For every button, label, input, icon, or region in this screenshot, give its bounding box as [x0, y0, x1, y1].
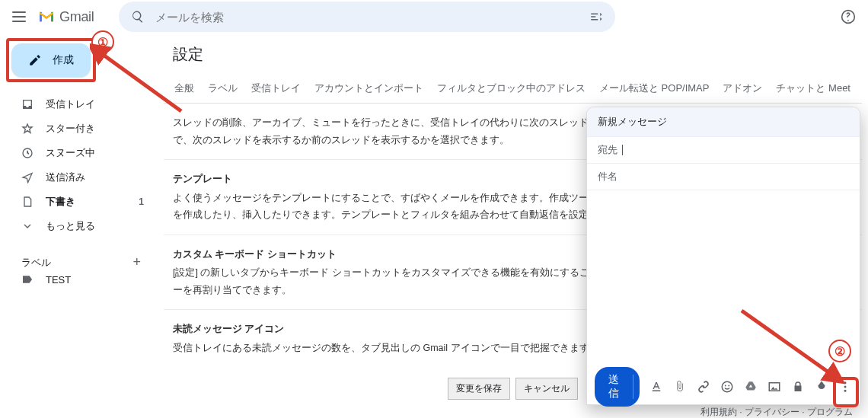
send-icon	[21, 171, 34, 183]
star-icon	[21, 123, 34, 135]
drive-icon[interactable]	[744, 380, 758, 394]
svg-point-7	[844, 386, 847, 388]
compose-label: 作成	[53, 53, 74, 67]
gmail-logo[interactable]: Gmail	[38, 9, 94, 25]
tab-general[interactable]: 全般	[173, 77, 196, 103]
sidebar-item-more[interactable]: もっと見る	[6, 215, 150, 238]
annotation-box-1: 作成	[6, 38, 96, 82]
lock-icon[interactable]	[791, 380, 805, 394]
sidebar-item-starred[interactable]: スター付き	[6, 117, 150, 140]
tab-forward[interactable]: メール転送と POP/IMAP	[598, 77, 710, 103]
svg-point-4	[728, 385, 729, 387]
image-icon[interactable]	[767, 380, 781, 394]
clock-icon	[21, 147, 34, 159]
chevron-down-icon	[21, 220, 34, 232]
gmail-wordmark: Gmail	[59, 9, 94, 25]
settings-tabs: 全般 ラベル 受信トレイ アカウントとインポート フィルタとブロック中のアドレス…	[164, 77, 862, 104]
sidebar-item-drafts[interactable]: 下書き 1	[6, 190, 150, 213]
svg-point-6	[844, 381, 847, 384]
search-box[interactable]	[119, 2, 615, 32]
compose-to-field[interactable]: 宛先	[587, 137, 860, 164]
link-icon[interactable]	[697, 380, 710, 394]
sidebar-item-snoozed[interactable]: スヌーズ中	[6, 142, 150, 164]
ink-icon[interactable]	[815, 380, 828, 394]
pencil-icon	[28, 53, 42, 67]
save-button[interactable]: 変更を保存	[448, 378, 510, 400]
sidebar-item-sent[interactable]: 送信済み	[6, 166, 150, 189]
compose-title[interactable]: 新規メッセージ	[587, 107, 860, 137]
svg-point-8	[844, 390, 847, 392]
send-button[interactable]: 送信	[595, 367, 640, 407]
gmail-icon	[38, 11, 55, 23]
draft-icon	[21, 196, 34, 208]
add-label-button[interactable]: +	[132, 254, 141, 270]
more-options-icon[interactable]	[838, 380, 852, 394]
inbox-icon	[21, 98, 34, 110]
labels-header: ラベル	[21, 256, 51, 270]
svg-point-2	[722, 381, 732, 392]
tune-icon[interactable]	[589, 10, 603, 24]
search-icon	[131, 10, 145, 24]
page-title: 設定	[164, 37, 862, 77]
attach-icon[interactable]	[673, 380, 687, 394]
tab-filters[interactable]: フィルタとブロック中のアドレス	[436, 77, 587, 103]
tab-inbox[interactable]: 受信トレイ	[250, 77, 302, 103]
compose-window: 新規メッセージ 宛先 件名 送信	[586, 107, 860, 405]
send-options-dropdown[interactable]	[633, 375, 640, 399]
help-icon[interactable]	[841, 9, 856, 24]
label-item-test[interactable]: TEST	[6, 270, 150, 289]
menu-icon[interactable]	[12, 11, 26, 22]
tab-labels[interactable]: ラベル	[206, 77, 239, 103]
label-icon	[21, 273, 34, 286]
search-input[interactable]	[154, 10, 580, 24]
emoji-icon[interactable]	[720, 380, 734, 394]
compose-button[interactable]: 作成	[11, 43, 91, 77]
tab-chat[interactable]: チャットと Meet	[774, 77, 852, 103]
compose-body[interactable]	[587, 190, 860, 369]
compose-subject-field[interactable]: 件名	[587, 164, 860, 190]
sidebar-item-inbox[interactable]: 受信トレイ	[6, 93, 150, 116]
tab-accounts[interactable]: アカウントとインポート	[313, 77, 425, 103]
svg-point-3	[725, 385, 726, 387]
tab-addons[interactable]: アドオン	[721, 77, 764, 103]
cancel-button[interactable]: キャンセル	[515, 378, 578, 400]
format-icon[interactable]	[649, 380, 663, 394]
